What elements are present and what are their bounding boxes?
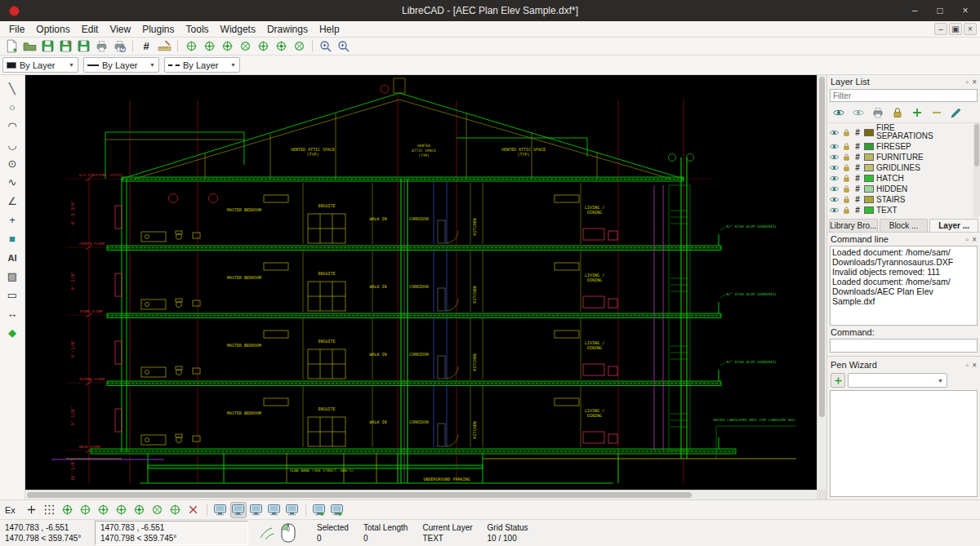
mdi-close-icon[interactable]: × [964, 23, 977, 35]
eye-icon[interactable] [829, 205, 840, 215]
tool-hatch[interactable]: ▨ [2, 268, 22, 285]
construction-icon[interactable]: # [853, 153, 862, 162]
pen-wizard-select[interactable]: ▼ [848, 373, 947, 388]
tool-arc-3p[interactable]: ◡ [2, 136, 22, 153]
command-shortcut-label[interactable]: Ex [5, 505, 16, 515]
eye-icon[interactable] [829, 141, 840, 152]
snap-center-button[interactable] [255, 38, 271, 55]
layer-color-swatch[interactable] [864, 129, 874, 136]
tool-polyline[interactable]: ∠ [2, 193, 22, 210]
add-view-button[interactable] [311, 502, 327, 518]
eye-icon[interactable] [829, 184, 840, 194]
layer-color-swatch[interactable] [864, 206, 874, 214]
layer-row[interactable]: # GRIDLINES [827, 162, 980, 173]
snap-center-toggle[interactable] [96, 502, 112, 518]
layer-row[interactable]: # HIDDEN [827, 184, 980, 194]
eye-icon[interactable] [829, 194, 840, 205]
lock-all-layers-button[interactable] [889, 104, 906, 121]
graphic-view-button[interactable] [212, 502, 229, 518]
new-file-button[interactable] [3, 38, 20, 55]
eye-icon[interactable] [829, 162, 840, 173]
save-button[interactable] [39, 38, 56, 55]
menu-file[interactable]: File [3, 23, 30, 36]
layer-color-swatch[interactable] [864, 153, 874, 161]
open-file-button[interactable] [21, 38, 38, 55]
layer-row[interactable]: # TEXT [827, 205, 980, 215]
lock-icon[interactable] [842, 184, 851, 193]
tool-text[interactable]: AI [2, 249, 22, 266]
zoom-window-button[interactable] [336, 38, 352, 55]
minimize-icon[interactable]: – [908, 5, 921, 16]
layer-row[interactable]: # STAIRS [827, 194, 980, 205]
menu-help[interactable]: Help [314, 23, 345, 36]
tool-insert[interactable]: ■ [2, 230, 22, 247]
menu-plugins[interactable]: Plugins [136, 23, 180, 36]
pen-linetype-select[interactable]: By Layer ▼ [164, 57, 240, 73]
menu-widgets[interactable]: Widgets [215, 23, 261, 36]
lock-icon[interactable] [842, 128, 851, 137]
construction-icon[interactable]: # [853, 195, 862, 204]
graphic-view-button-active[interactable] [230, 502, 247, 518]
tool-circle[interactable]: ○ [2, 99, 22, 116]
eye-icon[interactable] [829, 127, 840, 138]
menu-edit[interactable]: Edit [76, 23, 105, 36]
lock-icon[interactable] [842, 195, 851, 204]
eye-icon[interactable] [829, 152, 840, 162]
construction-icon[interactable]: # [853, 174, 862, 183]
layer-row[interactable]: # FIRE SEPARATIONS [827, 123, 980, 141]
pen-wizard-list[interactable] [830, 390, 978, 497]
command-input[interactable] [830, 339, 978, 353]
layer-color-swatch[interactable] [864, 185, 874, 193]
construction-icon[interactable]: # [853, 184, 862, 193]
tool-modify[interactable]: ◆ [2, 324, 22, 341]
show-all-layers-button[interactable] [831, 104, 847, 121]
lock-ic icon[interactable] [842, 206, 851, 215]
snap-grid-button[interactable] [201, 38, 217, 55]
snap-distance-toggle[interactable] [131, 502, 148, 518]
menu-tools[interactable]: Tools [180, 23, 215, 36]
construction-icon[interactable]: # [853, 128, 862, 137]
tab-library-browser[interactable]: Library Bro... [829, 219, 878, 232]
vertical-scrollbar[interactable] [817, 75, 826, 490]
snap-middle-button[interactable] [273, 38, 289, 55]
pen-width-select[interactable]: By Layer ▼ [83, 57, 159, 73]
snap-intersection-toggle[interactable] [149, 502, 166, 518]
layer-color-swatch[interactable] [864, 196, 874, 203]
command-history[interactable]: Loaded document: /home/sam/ Downloads/Ty… [830, 246, 978, 326]
snap-free-button[interactable] [183, 38, 199, 55]
dock-float-icon[interactable]: ▫ [966, 78, 969, 87]
close-icon[interactable]: × [959, 5, 972, 16]
print-button[interactable] [93, 38, 109, 55]
tool-line[interactable]: ╲ [2, 80, 22, 97]
dock-close-icon[interactable]: × [972, 235, 977, 244]
layer-row[interactable]: # FIRESEP [827, 141, 980, 152]
zoom-in-button[interactable] [318, 38, 334, 55]
hide-all-layers-button[interactable] [850, 104, 866, 121]
layer-list-scrollbar[interactable] [973, 123, 980, 217]
snap-endpoint-button[interactable] [219, 38, 235, 55]
graphic-view-button[interactable] [266, 502, 283, 518]
snap-free-toggle[interactable] [24, 502, 40, 518]
export-button[interactable] [75, 38, 91, 55]
tool-arc[interactable]: ◠ [2, 118, 22, 135]
mdi-minimize-icon[interactable]: – [934, 23, 947, 35]
snap-entity-button[interactable] [237, 38, 253, 55]
graphic-view-button[interactable] [284, 502, 301, 518]
add-layer-button[interactable] [909, 104, 925, 121]
tool-dimension[interactable]: ↔ [2, 305, 22, 322]
pen-wizard-action-button[interactable] [831, 373, 845, 388]
menu-options[interactable]: Options [30, 23, 75, 36]
lock-icon[interactable] [842, 163, 851, 172]
graphic-view-button[interactable] [248, 502, 265, 518]
menu-drawings[interactable]: Drawings [261, 23, 314, 36]
eye-icon[interactable] [829, 173, 840, 184]
tool-point[interactable]: + [2, 211, 22, 229]
lock-icon[interactable] [842, 174, 851, 183]
tool-ellipse[interactable]: ⊙ [2, 155, 22, 172]
layer-row[interactable]: # HATCH [827, 173, 980, 184]
dock-close-icon[interactable]: × [972, 361, 977, 370]
snap-middle-toggle[interactable] [114, 502, 130, 518]
clear-snap-button[interactable] [185, 502, 202, 518]
remove-layer-button[interactable] [929, 104, 945, 121]
add-view-button[interactable] [329, 502, 345, 518]
